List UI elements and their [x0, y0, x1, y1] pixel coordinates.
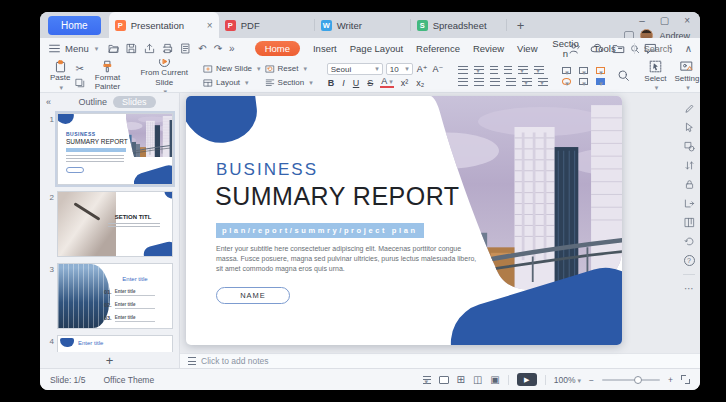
- select-button[interactable]: Select: [640, 60, 670, 92]
- align-center-icon[interactable]: [474, 78, 484, 86]
- shape-icon[interactable]: [562, 78, 571, 85]
- collapse-ribbon-icon[interactable]: ∧: [685, 43, 692, 54]
- paste-button[interactable]: Paste: [47, 60, 73, 91]
- close-tab-icon[interactable]: ×: [207, 20, 213, 31]
- ribbon-tab-reference[interactable]: Reference: [416, 43, 460, 54]
- normal-view-icon[interactable]: [439, 376, 449, 384]
- new-tab-button[interactable]: +: [517, 18, 525, 33]
- ribbon-tab-insert[interactable]: Insert: [313, 43, 337, 54]
- layout-button[interactable]: Layout: [203, 78, 261, 88]
- kanban-icon[interactable]: [684, 217, 695, 228]
- slide-eyebrow-text[interactable]: BUSINESS: [216, 160, 318, 180]
- home-button[interactable]: Home: [48, 16, 101, 35]
- italic-button[interactable]: I: [341, 78, 346, 88]
- cut-icon[interactable]: ✂: [75, 63, 85, 74]
- setting-button[interactable]: Setting: [671, 60, 700, 92]
- text-direction-icon[interactable]: [538, 78, 548, 86]
- print-preview-icon[interactable]: [180, 43, 191, 54]
- format-painter-button[interactable]: Format Painter: [87, 60, 127, 92]
- grow-font-button[interactable]: A⁺: [416, 64, 429, 74]
- notes-toggle-icon[interactable]: [423, 376, 431, 384]
- slide-canvas[interactable]: BUSINESS SUMMARY REPORT plan/report/summ…: [180, 93, 700, 353]
- tab-presentation[interactable]: P Presentation ×: [109, 12, 219, 38]
- swap-arrows-icon[interactable]: [684, 160, 695, 171]
- help-icon[interactable]: ?: [684, 255, 695, 266]
- reset-button[interactable]: Reset: [265, 64, 313, 74]
- new-slide-button[interactable]: New Slide: [203, 64, 261, 74]
- slide-thumbnail-1[interactable]: 1 BUSINESS SUMMARY REPORT: [44, 113, 173, 185]
- font-name-select[interactable]: Seoui: [327, 63, 383, 75]
- menu-button[interactable]: Menu: [48, 42, 98, 55]
- collapse-panel-icon[interactable]: «: [46, 97, 51, 107]
- zoom-slider[interactable]: [602, 379, 660, 381]
- slide-thumbnail-2[interactable]: 2 SETION TITL: [44, 191, 173, 257]
- justify-icon[interactable]: [506, 78, 516, 86]
- redo-icon[interactable]: ↷: [214, 43, 222, 54]
- slideshow-view-icon[interactable]: ▣: [490, 374, 499, 385]
- ribbon-tab-view[interactable]: View: [517, 43, 537, 54]
- export-arrow-icon[interactable]: [684, 198, 695, 209]
- close-button[interactable]: ×: [684, 15, 690, 26]
- ribbon-tab-review[interactable]: Review: [473, 43, 504, 54]
- find-icon[interactable]: [617, 69, 630, 82]
- maximize-button[interactable]: ▢: [660, 15, 669, 26]
- undo-icon[interactable]: ↶: [198, 43, 206, 54]
- shared-folder-icon[interactable]: [612, 42, 625, 55]
- numbered-list-icon[interactable]: [474, 66, 484, 74]
- minimize-button[interactable]: –: [639, 15, 645, 26]
- tab-pdf[interactable]: P PDF: [219, 12, 315, 38]
- theme-name[interactable]: Office Theme: [103, 375, 154, 385]
- slide-body-text[interactable]: Enter your subtitle here consectetuer ad…: [216, 244, 484, 274]
- font-size-select[interactable]: 10: [386, 63, 413, 75]
- cursor-icon[interactable]: [684, 122, 695, 133]
- slide-thumbnail-4[interactable]: 4 Enter title: [44, 335, 173, 352]
- reading-view-icon[interactable]: ◫: [473, 374, 482, 385]
- bold-button[interactable]: B: [327, 78, 336, 88]
- decrease-indent-icon[interactable]: [490, 66, 498, 74]
- add-slide-button[interactable]: +: [40, 352, 179, 368]
- export-icon[interactable]: [144, 43, 155, 54]
- notes-bar[interactable]: Click to add notes: [180, 353, 700, 368]
- slides-tab[interactable]: Slides: [113, 96, 156, 108]
- picture-icon[interactable]: [579, 67, 588, 74]
- cloud-sync-icon[interactable]: [590, 42, 603, 55]
- save-icon[interactable]: [126, 43, 137, 54]
- font-color-button[interactable]: A: [380, 77, 394, 88]
- columns-icon[interactable]: [534, 66, 544, 74]
- slide-thumbnail-3[interactable]: 3 Enter title 01. Enter title 02. Enter …: [44, 263, 173, 329]
- history-icon[interactable]: [684, 236, 695, 247]
- play-slideshow-button[interactable]: ▶: [517, 373, 537, 386]
- slide-name-button[interactable]: NAME: [216, 287, 290, 304]
- bullet-list-icon[interactable]: [458, 66, 468, 74]
- slide-title-text[interactable]: SUMMARY REPORT: [215, 182, 460, 211]
- lock-icon[interactable]: [684, 179, 695, 190]
- ribbon-tab-home[interactable]: Home: [255, 41, 300, 56]
- from-current-slide-button[interactable]: From Current Slide: [137, 59, 191, 93]
- subscript-button[interactable]: x₂: [415, 78, 425, 88]
- table-icon[interactable]: [579, 78, 588, 85]
- tab-spreadsheet[interactable]: S Spreadsheet: [411, 12, 507, 38]
- section-button[interactable]: Section: [265, 78, 313, 88]
- superscript-button[interactable]: x²: [400, 78, 410, 88]
- outline-color-icon[interactable]: [596, 78, 605, 85]
- zoom-out-button[interactable]: −: [589, 375, 594, 385]
- align-right-icon[interactable]: [490, 78, 500, 86]
- more-options-icon[interactable]: ⋮: [666, 43, 676, 54]
- slide-tagline-text[interactable]: plan/report/summry/project plan: [216, 223, 424, 238]
- line-spacing-icon[interactable]: [518, 66, 528, 74]
- zoom-slider-knob[interactable]: [634, 376, 642, 384]
- increase-indent-icon[interactable]: [504, 66, 512, 74]
- share-user-icon[interactable]: [568, 42, 581, 55]
- more-tools-icon[interactable]: ⋯: [684, 283, 694, 294]
- shapes-icon[interactable]: [684, 141, 695, 152]
- distribute-icon[interactable]: [522, 78, 532, 86]
- tab-writer[interactable]: W Writer: [315, 12, 411, 38]
- slide-editor[interactable]: BUSINESS SUMMARY REPORT plan/report/summ…: [186, 96, 622, 345]
- fit-to-window-icon[interactable]: [681, 375, 690, 384]
- print-icon[interactable]: [162, 43, 173, 54]
- copy-icon[interactable]: [75, 78, 85, 88]
- outline-tab[interactable]: Outline: [78, 97, 107, 107]
- slide-sorter-icon[interactable]: ⊞: [457, 374, 465, 385]
- text-box-icon[interactable]: [562, 67, 571, 74]
- fill-color-icon[interactable]: [596, 67, 605, 74]
